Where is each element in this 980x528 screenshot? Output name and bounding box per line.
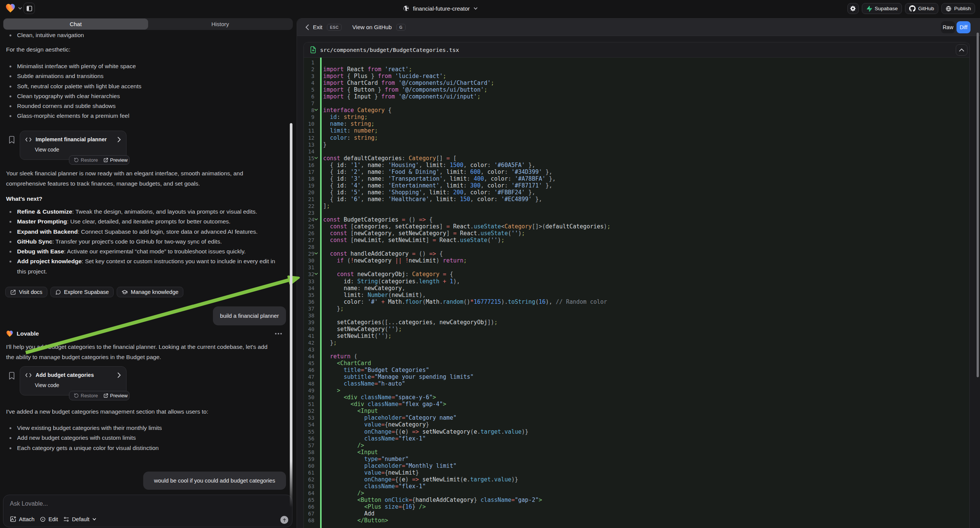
code-text: name: string; bbox=[323, 121, 374, 127]
exit-button[interactable]: Exit bbox=[313, 24, 322, 30]
user-message-build-planner: build a financial planner bbox=[213, 307, 286, 325]
code-line: 65 <Button onClick={handleAddCategory} c… bbox=[304, 496, 969, 503]
view-code-link[interactable]: View code bbox=[35, 146, 121, 153]
code-line: 50 <div className="space-y-6"> bbox=[304, 394, 969, 401]
fold-chevron-icon[interactable] bbox=[314, 216, 323, 223]
bookmark-icon[interactable] bbox=[9, 136, 15, 143]
visit-docs-button[interactable]: Visit docs bbox=[5, 287, 47, 297]
view-on-github-link[interactable]: View on GitHub bbox=[352, 24, 392, 30]
target-icon bbox=[40, 516, 46, 522]
line-number: 17 bbox=[304, 169, 314, 175]
preview-button[interactable]: Preview bbox=[110, 393, 128, 398]
line-number: 59 bbox=[304, 456, 314, 463]
line-number: 44 bbox=[304, 353, 314, 360]
fold-spacer bbox=[314, 421, 323, 428]
fold-spacer bbox=[314, 414, 323, 421]
fold-spacer bbox=[314, 407, 323, 414]
visit-docs-label: Visit docs bbox=[19, 289, 43, 295]
code-scrollbar[interactable] bbox=[977, 33, 979, 377]
fold-spacer bbox=[314, 230, 323, 237]
sliders-icon bbox=[63, 516, 69, 522]
collapse-file-button[interactable] bbox=[956, 44, 967, 56]
send-button[interactable] bbox=[280, 516, 288, 524]
fold-chevron-icon[interactable] bbox=[314, 250, 323, 257]
mode-label: Default bbox=[72, 516, 89, 522]
fold-chevron-icon[interactable] bbox=[314, 155, 323, 162]
raw-toggle-button[interactable]: Raw bbox=[941, 21, 955, 33]
line-number: 64 bbox=[304, 490, 314, 496]
fold-spacer bbox=[314, 100, 323, 107]
code-line: 12 color: string; bbox=[304, 134, 969, 141]
github-button[interactable]: GitHub bbox=[905, 3, 938, 14]
code-line: 9 id: string; bbox=[304, 114, 969, 121]
fold-spacer bbox=[314, 93, 323, 100]
mode-selector[interactable]: Default bbox=[63, 516, 97, 522]
code-text: limit: Number(newLimit), bbox=[323, 292, 426, 299]
list-item: Clean, intuitive navigation bbox=[6, 30, 280, 40]
preview-button[interactable]: Preview bbox=[110, 157, 128, 163]
project-menu[interactable]: financial-future-creator bbox=[402, 0, 478, 17]
chat-scrollbar[interactable] bbox=[290, 123, 293, 507]
fold-spacer bbox=[314, 428, 323, 435]
code-text: /> bbox=[323, 490, 364, 496]
composer-toolbar: Attach Edit Default bbox=[10, 516, 287, 522]
chat-composer[interactable]: Ask Lovable... Attach Edit Default bbox=[3, 495, 293, 527]
fold-chevron-icon[interactable] bbox=[314, 271, 323, 278]
settings-button[interactable] bbox=[847, 3, 859, 14]
code-line: 37 }; bbox=[304, 305, 969, 312]
line-number: 33 bbox=[304, 278, 314, 285]
file-header[interactable]: src/components/budget/BudgetCategories.t… bbox=[304, 43, 969, 57]
edit-button[interactable]: Edit bbox=[40, 516, 58, 522]
line-number: 23 bbox=[304, 210, 314, 216]
code-line: 46 title="Budget Categories" bbox=[304, 367, 969, 374]
code-line: 4import ChartCard from '@/components/ui/… bbox=[304, 80, 969, 86]
code-line: 57 /> bbox=[304, 442, 969, 449]
fold-chevron-icon[interactable] bbox=[314, 107, 323, 114]
fold-spacer bbox=[314, 278, 323, 285]
chat-panel: Chat History Clean, intuitive navigation… bbox=[0, 17, 296, 528]
code-text: if (!newCategory || !newLimit) return; bbox=[323, 257, 467, 264]
message-menu-button[interactable] bbox=[275, 333, 282, 334]
restore-button[interactable]: Restore bbox=[81, 157, 98, 163]
fold-spacer bbox=[314, 292, 323, 299]
fold-spacer bbox=[314, 517, 323, 524]
explore-supabase-button[interactable]: Explore Supabase bbox=[50, 287, 114, 297]
line-number: 16 bbox=[304, 162, 314, 169]
restore-button[interactable]: Restore bbox=[81, 393, 98, 398]
manage-knowledge-button[interactable]: Manage knowledge bbox=[117, 287, 183, 297]
publish-button[interactable]: Publish bbox=[941, 3, 975, 14]
view-code-link[interactable]: View code bbox=[35, 382, 121, 388]
code-text: const defaultCategories: Category[] = [ bbox=[323, 155, 457, 162]
diff-toggle-button[interactable]: Diff bbox=[956, 21, 970, 33]
code-line: 40 setNewCategory(''); bbox=[304, 326, 969, 332]
list-item: Refine & Customize: Tweak the design, an… bbox=[6, 207, 280, 217]
line-number: 24 bbox=[304, 216, 314, 223]
code-text: ]; bbox=[323, 203, 330, 210]
line-number: 60 bbox=[304, 463, 314, 469]
code-line: 56 className="flex-1" bbox=[304, 435, 969, 442]
logo-chevron-down-icon[interactable] bbox=[18, 6, 22, 11]
line-number: 8 bbox=[304, 107, 314, 114]
code-line: 55 onChange={(e) => setNewCategory(e.tar… bbox=[304, 428, 969, 435]
code-line: 41 setNewLimit(''); bbox=[304, 332, 969, 339]
restore-icon bbox=[74, 157, 79, 162]
supabase-button[interactable]: Supabase bbox=[862, 3, 902, 14]
code-text: const handleAddCategory = () => { bbox=[323, 250, 443, 257]
tab-chat[interactable]: Chat bbox=[3, 19, 148, 30]
fold-spacer bbox=[314, 326, 323, 332]
toggle-sidebar-button[interactable] bbox=[24, 3, 35, 14]
github-icon bbox=[909, 5, 916, 12]
composer-placeholder[interactable]: Ask Lovable... bbox=[10, 500, 48, 507]
code-line: 27 const [newLimit, setNewLimit] = React… bbox=[304, 237, 969, 243]
code-text: }; bbox=[323, 339, 337, 346]
tab-history[interactable]: History bbox=[148, 19, 293, 30]
fold-spacer bbox=[314, 483, 323, 490]
code-line: 42 }; bbox=[304, 339, 969, 346]
bookmark-icon[interactable] bbox=[9, 372, 15, 380]
attach-button[interactable]: Attach bbox=[10, 516, 35, 522]
code-line: 7 bbox=[304, 100, 969, 107]
lovable-logo-icon[interactable] bbox=[5, 3, 16, 13]
fold-spacer bbox=[314, 257, 323, 264]
code-line: 2import React from 'react'; bbox=[304, 66, 969, 73]
chevron-right-icon bbox=[118, 137, 121, 142]
